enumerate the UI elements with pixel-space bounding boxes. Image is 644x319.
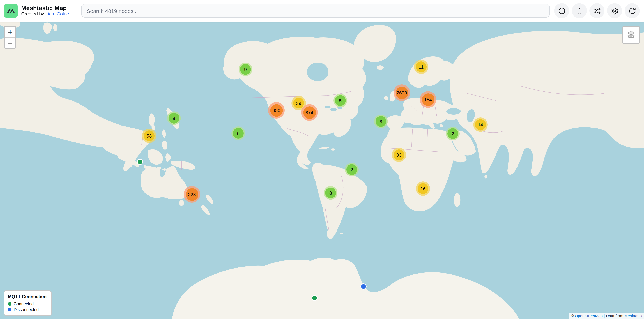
cluster-count: 6 xyxy=(237,131,240,136)
osm-link[interactable]: OpenStreetMap xyxy=(575,314,603,318)
layers-control[interactable] xyxy=(622,26,640,44)
cluster-marker[interactable]: 58 xyxy=(142,129,156,143)
cluster-marker[interactable]: 5 xyxy=(334,94,347,107)
legend-rows: ConnectedDisconnected xyxy=(8,302,47,312)
cluster-marker[interactable]: 2 xyxy=(345,163,359,176)
cluster-count: 8 xyxy=(329,190,332,196)
top-bar: Meshtastic Map Created by Liam Cottle xyxy=(0,0,644,21)
settings-button[interactable] xyxy=(607,3,622,18)
author-link[interactable]: Liam Cottle xyxy=(45,11,69,16)
cluster-marker[interactable]: 11 xyxy=(414,60,428,74)
meshtastic-link[interactable]: Meshtastic xyxy=(624,314,643,318)
cluster-marker[interactable]: 9 xyxy=(238,62,252,76)
cluster-marker[interactable]: 14 xyxy=(473,117,488,132)
legend-dot xyxy=(8,302,12,306)
cluster-count: 39 xyxy=(296,100,301,106)
cluster-count: 2693 xyxy=(396,90,407,95)
cluster-marker[interactable]: 33 xyxy=(392,148,406,162)
world-map xyxy=(0,21,644,319)
copyright-symbol: © xyxy=(571,314,575,318)
subtitle-prefix: Created by xyxy=(21,11,44,16)
cluster-marker[interactable]: 223 xyxy=(184,186,200,203)
smartphone-icon xyxy=(576,7,583,14)
shuffle-icon xyxy=(593,7,601,14)
refresh-icon xyxy=(628,7,636,14)
cluster-count: 650 xyxy=(272,108,280,113)
map-canvas[interactable]: + − 911269315439650874589586214332168223… xyxy=(0,21,644,319)
legend-title: MQTT Connection xyxy=(8,294,47,299)
cluster-count: 11 xyxy=(419,64,424,69)
legend-item: Disconnected xyxy=(8,308,47,312)
cluster-count: 223 xyxy=(188,192,196,197)
random-node-button[interactable] xyxy=(590,3,604,18)
zoom-out-button[interactable]: − xyxy=(5,37,16,48)
node-marker-connected[interactable] xyxy=(137,159,143,165)
cluster-count: 9 xyxy=(244,67,247,72)
info-button[interactable] xyxy=(554,3,569,18)
node-marker-disconnected[interactable] xyxy=(360,283,366,289)
device-button[interactable] xyxy=(572,3,587,18)
zoom-control: + − xyxy=(4,26,16,49)
cluster-count: 58 xyxy=(146,133,152,138)
mqtt-legend: MQTT Connection ConnectedDisconnected xyxy=(4,290,52,316)
subtitle: Created by Liam Cottle xyxy=(21,11,69,17)
cluster-marker[interactable]: 2 xyxy=(446,127,460,140)
legend-item: Connected xyxy=(8,302,47,306)
attribution-separator: | Data from xyxy=(603,314,624,318)
legend-dot xyxy=(8,308,12,312)
meshtastic-logo xyxy=(4,3,18,18)
gear-icon xyxy=(611,7,618,14)
cluster-count: 2 xyxy=(452,131,454,136)
node-marker-connected[interactable] xyxy=(312,295,318,301)
cluster-count: 8 xyxy=(380,119,382,124)
cluster-count: 33 xyxy=(396,152,402,158)
cluster-marker[interactable]: 2693 xyxy=(394,84,410,101)
cluster-marker[interactable]: 154 xyxy=(420,91,436,108)
cluster-marker[interactable]: 874 xyxy=(301,104,318,121)
info-icon xyxy=(558,7,566,14)
mountain-glyph-icon xyxy=(6,6,16,15)
cluster-count: 154 xyxy=(424,97,432,102)
legend-label: Disconnected xyxy=(14,308,39,312)
cluster-marker[interactable]: 8 xyxy=(374,115,388,128)
cluster-marker[interactable]: 16 xyxy=(416,181,430,196)
app-title-block: Meshtastic Map Created by Liam Cottle xyxy=(21,5,69,17)
zoom-in-button[interactable]: + xyxy=(5,26,16,37)
cluster-count: 14 xyxy=(478,122,483,127)
cluster-marker[interactable]: 6 xyxy=(232,126,245,140)
cluster-count: 2 xyxy=(350,167,353,172)
map-attribution: © OpenStreetMap | Data from Meshtastic xyxy=(569,313,644,319)
cluster-count: 16 xyxy=(420,186,426,191)
search-input[interactable] xyxy=(81,4,550,17)
cluster-count: 874 xyxy=(306,110,313,115)
refresh-button[interactable] xyxy=(624,3,640,18)
layers-icon xyxy=(626,30,636,40)
header-buttons xyxy=(554,3,640,18)
cluster-marker[interactable]: 8 xyxy=(324,186,338,200)
cluster-marker[interactable]: 9 xyxy=(167,111,181,125)
page-title: Meshtastic Map xyxy=(21,5,69,11)
legend-label: Connected xyxy=(14,302,34,306)
cluster-count: 5 xyxy=(339,98,342,103)
cluster-count: 9 xyxy=(173,115,175,121)
cluster-marker[interactable]: 650 xyxy=(268,102,284,119)
